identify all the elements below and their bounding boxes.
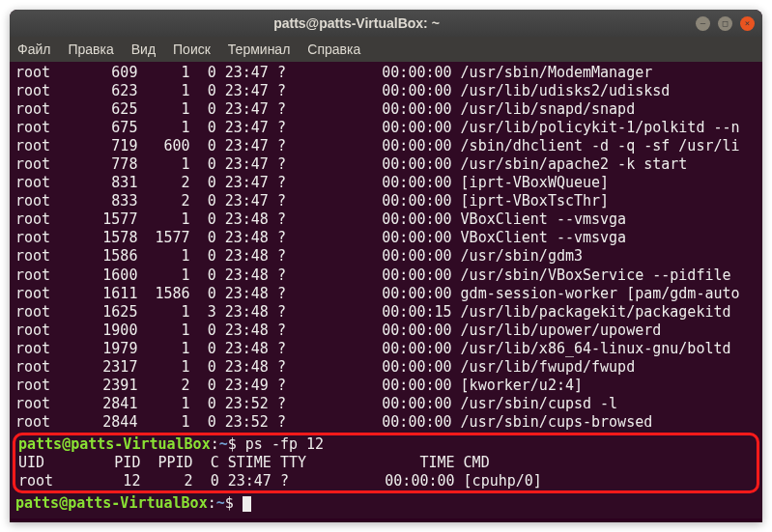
highlight-box: patts@patts-VirtualBox:~$ ps -fp 12 UID … xyxy=(13,433,759,493)
menu-edit[interactable]: Правка xyxy=(68,42,113,57)
close-button[interactable]: × xyxy=(740,16,755,31)
prompt-path: ~ xyxy=(219,435,228,453)
menu-help[interactable]: Справка xyxy=(307,42,360,57)
prompt-userhost: patts@patts-VirtualBox xyxy=(18,435,211,453)
menu-search[interactable]: Поиск xyxy=(173,42,211,57)
minimize-button[interactable]: – xyxy=(696,16,710,31)
prompt-userhost: patts@patts-VirtualBox xyxy=(15,494,208,512)
menubar: Файл Правка Вид Поиск Терминал Справка xyxy=(10,37,762,62)
prompt-path: ~ xyxy=(216,494,225,512)
menu-view[interactable]: Вид xyxy=(131,42,156,57)
command-entered: ps -fp 12 xyxy=(245,435,324,453)
terminal-body[interactable]: root 609 1 0 23:47 ? 00:00:00 /usr/sbin/… xyxy=(10,62,762,518)
menu-file[interactable]: Файл xyxy=(17,42,50,57)
titlebar[interactable]: patts@patts-VirtualBox: ~ – □ × xyxy=(10,10,762,37)
window-controls: – □ × xyxy=(696,16,755,31)
process-list: root 609 1 0 23:47 ? 00:00:00 /usr/sbin/… xyxy=(15,64,757,432)
terminal-window: patts@patts-VirtualBox: ~ – □ × Файл Пра… xyxy=(10,10,762,522)
window-title: patts@patts-VirtualBox: ~ xyxy=(17,15,696,31)
menu-terminal[interactable]: Терминал xyxy=(228,42,290,57)
cursor-icon xyxy=(243,496,251,512)
maximize-button[interactable]: □ xyxy=(718,16,732,31)
ps-header: UID PID PPID C STIME TTY TIME CMD xyxy=(18,454,490,471)
ps-result-row: root 12 2 0 23:47 ? 00:00:00 [cpuhp/0] xyxy=(18,472,542,490)
